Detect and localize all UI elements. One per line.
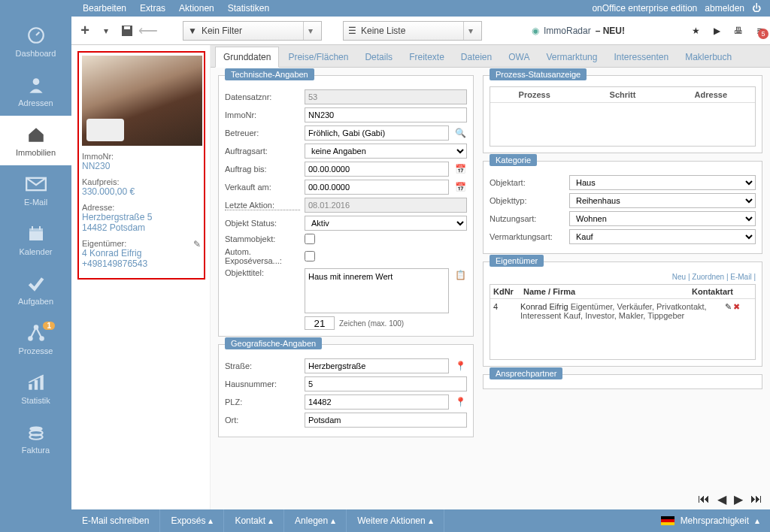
property-thumbnail[interactable]	[82, 56, 202, 146]
sidebar-item-aufgaben[interactable]: Aufgaben	[0, 264, 71, 314]
topbar: Bearbeiten Extras Aktionen Statistiken o…	[0, 0, 770, 17]
vermarktungsart-select[interactable]: Kauf	[569, 229, 756, 244]
logout-link[interactable]: abmelden	[705, 3, 744, 14]
status-select[interactable]: Aktiv	[305, 216, 467, 231]
next-icon[interactable]: ▶	[734, 492, 743, 506]
owner-kdnr: 4	[493, 302, 520, 356]
label: Autom. Exposéversa...:	[225, 247, 300, 265]
sidebar-item-adressen[interactable]: Adressen	[0, 66, 71, 116]
first-icon[interactable]: ⏮	[698, 492, 710, 506]
calendar-icon[interactable]: 📅	[453, 180, 467, 194]
stammobjekt-checkbox[interactable]	[305, 234, 315, 244]
edit-icon[interactable]: ✎	[725, 302, 732, 356]
language-label: Mehrsprachigkeit	[681, 515, 749, 526]
charcount-hint: Zeichen (max. 100)	[339, 319, 404, 328]
language-menu[interactable]: Mehrsprachigkeit ▴	[650, 515, 770, 526]
label: ImmoNr:	[225, 110, 300, 119]
menu-aktionen[interactable]: Aktionen	[179, 3, 214, 14]
sidebar-item-dashboard[interactable]: Dashboard	[0, 17, 71, 66]
process-table[interactable]: Prozess Schritt Adresse	[490, 86, 756, 147]
menu-extras[interactable]: Extras	[140, 3, 165, 14]
calendar-icon	[26, 223, 47, 244]
strasse-input[interactable]	[305, 358, 449, 373]
chevron-down-icon: ▾	[463, 22, 477, 40]
footer-exposes[interactable]: Exposés ▴	[160, 509, 224, 532]
col-prozess: Prozess	[490, 87, 578, 102]
edit-icon[interactable]: ✎	[193, 239, 201, 249]
immoradar-link[interactable]: ◉ ImmoRadar – NEU!	[532, 26, 625, 36]
unlink-icon[interactable]: ✖	[733, 302, 740, 356]
ort-input[interactable]	[305, 413, 467, 428]
nutzungsart-select[interactable]: Wohnen	[569, 211, 756, 226]
objekttyp-select[interactable]: Reihenhaus	[569, 193, 756, 208]
menu-statistiken[interactable]: Statistiken	[228, 3, 269, 14]
prev-icon[interactable]: ◀	[717, 492, 726, 506]
back-icon[interactable]: ⟵	[141, 23, 156, 38]
prozess-statusanzeige: Prozess-Statusanzeige Prozess Schritt Ad…	[483, 75, 762, 153]
owner-row[interactable]: 4 Konrad Eifrig Eigentümer, Verkäufer, P…	[490, 299, 755, 359]
auftragbis-input[interactable]	[305, 162, 449, 177]
label: Verkauft am:	[225, 183, 300, 192]
menu-bearbeiten[interactable]: Bearbeiten	[83, 3, 126, 14]
sidebar-label: Faktura	[22, 446, 50, 455]
col-adresse: Adresse	[667, 87, 755, 102]
search-icon[interactable]: 🔍	[453, 126, 467, 140]
tab-maklerbuch[interactable]: Maklerbuch	[678, 47, 739, 67]
print-icon[interactable]: 🖶	[734, 26, 743, 36]
tab-vermarktung[interactable]: Vermarktung	[538, 47, 605, 67]
hausnr-input[interactable]	[305, 376, 467, 391]
owner-actions[interactable]: Neu | Zuordnen | E-Mail |	[490, 273, 756, 281]
footer-anlegen[interactable]: Anlegen ▴	[284, 509, 347, 532]
tab-freitexte[interactable]: Freitexte	[402, 47, 452, 67]
sidebar-label: Dashboard	[16, 49, 56, 58]
expose-checkbox[interactable]	[305, 251, 315, 261]
pin-icon[interactable]: 📍	[453, 359, 467, 373]
tab-grunddaten[interactable]: Grunddaten	[215, 47, 279, 68]
col-name: Name / Firma	[523, 287, 692, 296]
sidebar-item-prozesse[interactable]: 1 Prozesse	[0, 314, 71, 364]
sidebar-item-faktura[interactable]: Faktura	[0, 413, 71, 463]
sidebar-item-immobilien[interactable]: Immobilien	[0, 116, 71, 165]
immonr-input[interactable]	[305, 107, 467, 122]
label: Ort:	[225, 416, 300, 425]
betreuer-input[interactable]	[305, 125, 449, 141]
list-select[interactable]: ☰ Keine Liste ▾	[343, 21, 482, 41]
filter-select[interactable]: ▼ Kein Filter ▾	[183, 21, 322, 41]
main: + ▾ ⟵ ▼ Kein Filter ▾ ☰ Keine Liste ▾ ◉ …	[71, 17, 770, 509]
svg-rect-6	[39, 226, 41, 230]
clipboard-icon[interactable]: 📋	[453, 268, 467, 282]
stack-icon[interactable]: ≣5	[756, 26, 764, 36]
tab-details[interactable]: Details	[357, 47, 400, 67]
footer-email[interactable]: E-Mail schreiben	[71, 509, 160, 532]
tab-interessenten[interactable]: Interessenten	[606, 47, 676, 67]
add-icon[interactable]: +	[77, 23, 92, 38]
charcount-field	[305, 316, 335, 330]
chevron-down-icon[interactable]: ▾	[99, 23, 114, 38]
coins-icon	[26, 422, 47, 443]
address-line1: Herzbergstraße 5	[82, 212, 201, 222]
objektart-select[interactable]: Haus	[569, 175, 756, 190]
footer-kontakt[interactable]: Kontakt ▴	[224, 509, 284, 532]
footer: E-Mail schreiben Exposés ▴ Kontakt ▴ Anl…	[0, 509, 770, 532]
calendar-icon[interactable]: 📅	[453, 162, 467, 176]
pin-remove-icon[interactable]: 📍	[453, 395, 467, 409]
power-icon[interactable]: ⏻	[752, 3, 761, 14]
verkauftam-input[interactable]	[305, 180, 449, 195]
save-icon[interactable]	[120, 23, 135, 38]
plz-input[interactable]	[305, 394, 449, 410]
tab-preise[interactable]: Preise/Flächen	[280, 47, 356, 67]
immonr-label: ImmoNr:	[82, 152, 201, 161]
footer-weitere[interactable]: Weitere Aktionen ▴	[347, 509, 444, 532]
star-icon[interactable]: ★	[692, 26, 700, 36]
sidebar-item-statistik[interactable]: Statistik	[0, 364, 71, 413]
label: Betreuer:	[225, 128, 300, 138]
sidebar-label: Prozesse	[19, 346, 53, 355]
objekttitel-textarea[interactable]: Haus mit innerem Wert	[305, 268, 449, 313]
sidebar-item-email[interactable]: E-Mail	[0, 165, 71, 215]
tab-owa[interactable]: OWA	[501, 47, 537, 67]
tab-dateien[interactable]: Dateien	[453, 47, 499, 67]
auftragsart-select[interactable]: keine Angaben	[305, 144, 467, 159]
sidebar-item-kalender[interactable]: Kalender	[0, 215, 71, 264]
play-icon[interactable]: ▶	[714, 26, 720, 36]
last-icon[interactable]: ⏭	[750, 492, 762, 506]
